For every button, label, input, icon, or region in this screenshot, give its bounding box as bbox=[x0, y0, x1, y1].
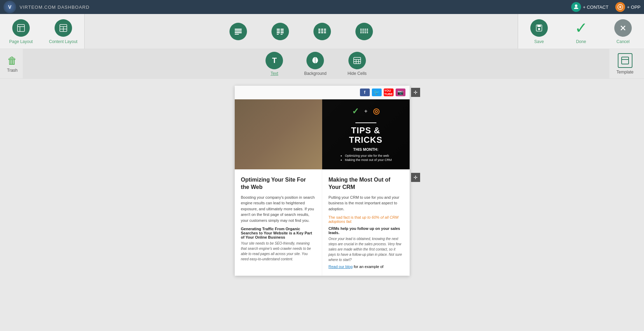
svg-rect-38 bbox=[362, 32, 364, 33]
svg-rect-16 bbox=[277, 32, 280, 33]
toolbar-row1: Page Layout Content Layout bbox=[0, 14, 644, 49]
content-area: f 🐦 YOUTUBE 📷 ✛ ✓ + ◎ TIPS & TRICKS bbox=[0, 79, 644, 283]
crm-logo: ◎ bbox=[373, 107, 380, 116]
svg-rect-51 bbox=[622, 57, 629, 64]
done-button[interactable]: ✓ Done bbox=[560, 15, 602, 48]
layout-4col-icon bbox=[355, 22, 374, 41]
content-layout-button[interactable]: Content Layout bbox=[42, 15, 84, 48]
header-title-line1: TIPS & TRICKS bbox=[349, 126, 382, 145]
cancel-icon-wrapper bbox=[614, 19, 632, 37]
opp-button[interactable]: + OPP bbox=[615, 2, 641, 12]
social-bar: f 🐦 YOUTUBE 📷 ✛ bbox=[235, 86, 410, 99]
text-tool-label: Text bbox=[270, 71, 278, 76]
svg-point-43 bbox=[538, 28, 540, 30]
col2-intro: Putting your CRM to use for you and your… bbox=[328, 195, 403, 212]
action-section: Save ✓ Done Cancel bbox=[518, 14, 644, 49]
background-tool-icon bbox=[306, 52, 324, 69]
text-tool-button[interactable]: T Text bbox=[266, 52, 283, 76]
col1-title: Optimizing Your Site For the Web bbox=[241, 176, 316, 191]
header-logos: ✓ + ◎ bbox=[352, 106, 379, 116]
svg-rect-37 bbox=[360, 32, 362, 33]
svg-rect-28 bbox=[324, 32, 326, 33]
hide-cells-button[interactable]: Hide Cells bbox=[347, 52, 367, 76]
read-blog-link[interactable]: Read our blog bbox=[328, 265, 353, 269]
layout-3col-icon bbox=[313, 22, 332, 41]
layout-section: Page Layout Content Layout bbox=[0, 14, 85, 49]
cancel-label: Cancel bbox=[616, 39, 629, 44]
page-layout-icon bbox=[12, 19, 30, 37]
layout-options-section bbox=[85, 14, 518, 49]
logo-separator: + bbox=[364, 108, 367, 114]
save-icon-wrapper bbox=[530, 19, 549, 37]
top-bar-actions: + CONTACT + OPP bbox=[571, 2, 641, 12]
header-bg-left bbox=[235, 99, 322, 169]
contact-icon bbox=[571, 2, 581, 12]
page-layout-button[interactable]: Page Layout bbox=[0, 15, 42, 48]
layout-3col-circle bbox=[313, 23, 331, 40]
contact-button[interactable]: + CONTACT bbox=[571, 2, 608, 12]
layout-2col-icon bbox=[271, 22, 290, 41]
dashboard-title: VIRTEOM.COM DASHBOARD bbox=[20, 5, 90, 10]
text-tool-icon: T bbox=[266, 52, 283, 69]
twitter-icon[interactable]: 🐦 bbox=[372, 89, 382, 96]
svg-rect-25 bbox=[324, 30, 326, 31]
logo: V bbox=[3, 1, 16, 13]
page-layout-icon-wrapper bbox=[12, 19, 30, 37]
svg-rect-35 bbox=[365, 30, 366, 31]
template-button[interactable]: Template bbox=[609, 50, 641, 78]
svg-rect-22 bbox=[324, 29, 326, 30]
template-label: Template bbox=[616, 70, 634, 75]
email-preview: f 🐦 YOUTUBE 📷 ✛ ✓ + ◎ TIPS & TRICKS bbox=[235, 86, 410, 276]
save-button[interactable]: Save bbox=[518, 15, 560, 48]
read-blog-suffix: for an example of bbox=[353, 265, 383, 269]
svg-rect-1 bbox=[17, 24, 24, 31]
layout-2col-circle bbox=[271, 23, 289, 40]
col1-italic: Your site needs to be SEO-friendly, mean… bbox=[241, 241, 316, 262]
instagram-icon[interactable]: 📷 bbox=[396, 89, 405, 96]
header-subtitle: THIS MONTH: bbox=[353, 147, 378, 152]
col2-title: Making the Most Out of Your CRM bbox=[328, 176, 403, 191]
header-bullets: Optimizing your site for the web Making … bbox=[340, 153, 392, 162]
content-section-move-handle[interactable]: ✛ bbox=[411, 173, 420, 182]
top-bar: V VIRTEOM.COM DASHBOARD + CONTACT + OPP bbox=[0, 0, 644, 14]
svg-rect-34 bbox=[362, 30, 364, 31]
facebook-icon[interactable]: f bbox=[360, 89, 370, 96]
svg-rect-31 bbox=[365, 29, 366, 30]
edit-tools-section: T Text Background bbox=[23, 49, 609, 78]
email-content-section: Optimizing Your Site For the Web Boostin… bbox=[235, 169, 410, 276]
svg-rect-12 bbox=[277, 29, 280, 30]
layout-4col-button[interactable] bbox=[343, 19, 385, 44]
youtube-icon[interactable]: YOUTUBE bbox=[384, 89, 394, 96]
save-icon bbox=[530, 19, 548, 37]
done-icon: ✓ bbox=[575, 20, 588, 36]
template-icon bbox=[618, 53, 632, 68]
header-bullet-2: Making the most out of your CRM bbox=[345, 158, 392, 162]
svg-rect-40 bbox=[367, 32, 368, 33]
cancel-button[interactable]: Cancel bbox=[602, 15, 644, 48]
layout-2col-button[interactable] bbox=[259, 19, 301, 44]
opp-icon bbox=[615, 2, 625, 12]
col1-subheading: Generating Traffic From Organic Searches… bbox=[241, 227, 316, 239]
layout-3col-button[interactable] bbox=[301, 19, 343, 44]
header-divider bbox=[355, 122, 376, 123]
svg-rect-36 bbox=[367, 30, 368, 31]
svg-rect-8 bbox=[235, 29, 242, 30]
layout-1col-circle bbox=[229, 23, 247, 40]
svg-rect-26 bbox=[318, 32, 320, 33]
col1-body: Boosting your company's position in sear… bbox=[241, 195, 316, 224]
svg-rect-21 bbox=[321, 29, 323, 30]
layout-1col-button[interactable] bbox=[217, 19, 259, 44]
svg-rect-39 bbox=[365, 32, 366, 33]
done-icon-wrapper: ✓ bbox=[572, 19, 590, 37]
background-tool-button[interactable]: Background bbox=[304, 52, 326, 76]
trash-button[interactable]: 🗑 Trash bbox=[2, 51, 23, 76]
background-tool-label: Background bbox=[304, 71, 326, 76]
svg-rect-11 bbox=[235, 34, 239, 35]
social-bar-move-handle[interactable]: ✛ bbox=[411, 88, 420, 97]
content-layout-icon bbox=[55, 19, 72, 37]
template-section: Template bbox=[609, 49, 644, 78]
save-label: Save bbox=[534, 39, 544, 44]
email-col1: Optimizing Your Site For the Web Boostin… bbox=[235, 169, 322, 276]
svg-rect-23 bbox=[318, 30, 320, 31]
col2-crm-body: Once your lead is obtained, knowing the … bbox=[328, 236, 403, 262]
